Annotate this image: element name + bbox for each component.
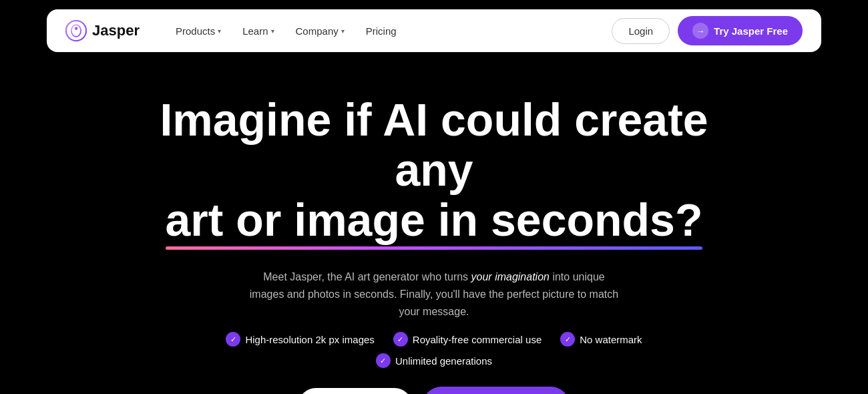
nav-logo[interactable]: Jasper bbox=[65, 20, 140, 41]
watch-demo-button[interactable]: Watch Demo bbox=[298, 388, 412, 394]
chevron-down-icon: ▾ bbox=[271, 27, 274, 35]
features-row-2: ✓ Unlimited generations bbox=[376, 353, 492, 368]
logo-text: Jasper bbox=[92, 22, 140, 39]
feature-high-res: ✓ High-resolution 2k px images bbox=[226, 332, 374, 347]
nav-links: Products ▾ Learn ▾ Company ▾ Pricing bbox=[166, 20, 612, 42]
nav-pricing[interactable]: Pricing bbox=[357, 20, 406, 42]
nav-learn[interactable]: Learn ▾ bbox=[233, 20, 283, 42]
try-jasper-free-nav-button[interactable]: → Try Jasper Free bbox=[678, 16, 803, 45]
login-button[interactable]: Login bbox=[612, 18, 670, 44]
feature-unlimited: ✓ Unlimited generations bbox=[376, 353, 492, 368]
check-icon: ✓ bbox=[226, 332, 240, 347]
hero-title-line2: art or image in seconds? bbox=[166, 195, 703, 245]
navbar: Jasper Products ▾ Learn ▾ Company ▾ Pric… bbox=[47, 9, 821, 52]
check-icon: ✓ bbox=[376, 353, 391, 368]
chevron-down-icon: ▾ bbox=[218, 27, 221, 35]
nav-right: Login → Try Jasper Free bbox=[612, 16, 803, 45]
feature-no-watermark: ✓ No watermark bbox=[560, 332, 642, 347]
check-icon: ✓ bbox=[560, 332, 575, 347]
check-icon: ✓ bbox=[393, 332, 408, 347]
jasper-logo-icon bbox=[65, 20, 87, 41]
hero-title: Imagine if AI could create any art or im… bbox=[134, 95, 734, 244]
hero-subtitle: Meet Jasper, the AI art generator who tu… bbox=[247, 268, 621, 320]
nav-products[interactable]: Products ▾ bbox=[166, 20, 230, 42]
features-row-1: ✓ High-resolution 2k px images ✓ Royalit… bbox=[226, 332, 642, 347]
feature-royalty-free: ✓ Royality-free commercial use bbox=[393, 332, 541, 347]
svg-point-2 bbox=[75, 27, 77, 29]
arrow-icon: → bbox=[692, 23, 708, 39]
gradient-underline bbox=[166, 246, 703, 250]
try-jasper-free-button[interactable]: → Try Jasper Free bbox=[423, 387, 570, 394]
hero-section: Imagine if AI could create any art or im… bbox=[0, 61, 868, 394]
nav-company[interactable]: Company ▾ bbox=[286, 20, 354, 42]
cta-buttons: Watch Demo → Try Jasper Free bbox=[298, 387, 570, 394]
chevron-down-icon: ▾ bbox=[341, 27, 345, 35]
svg-point-0 bbox=[66, 21, 86, 41]
